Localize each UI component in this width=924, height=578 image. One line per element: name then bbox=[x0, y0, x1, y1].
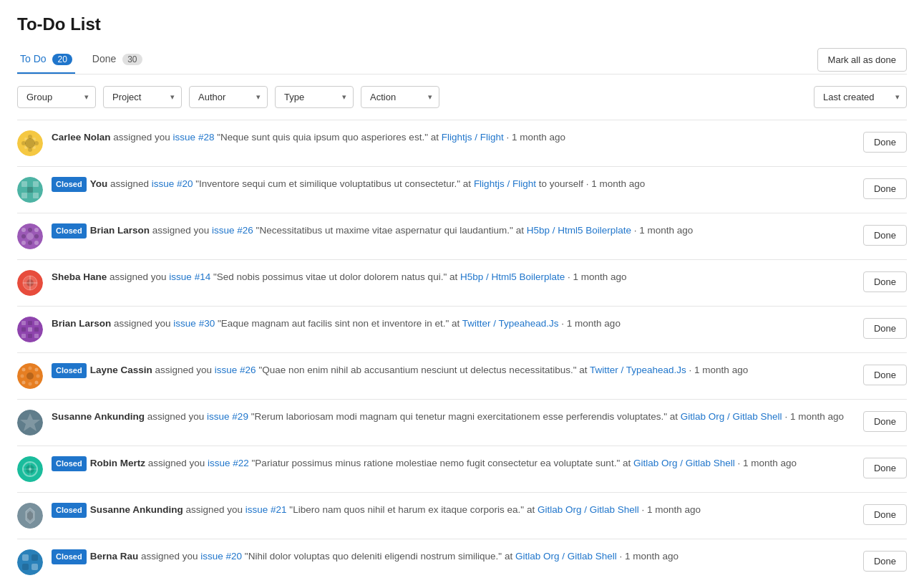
at-text: at bbox=[579, 365, 590, 375]
todo-item: ClosedBrian Larson assigned you issue #2… bbox=[17, 213, 907, 260]
todo-item: Carlee Nolan assigned you issue #28 "Neq… bbox=[17, 120, 907, 167]
svg-point-25 bbox=[34, 241, 39, 245]
author-name: Sheba Hane bbox=[52, 271, 107, 282]
closed-badge: Closed bbox=[52, 223, 87, 239]
project-link[interactable]: Gitlab Org / Gitlab Shell bbox=[681, 411, 782, 422]
project-filter: Project bbox=[103, 86, 182, 108]
issue-link[interactable]: issue #28 bbox=[173, 132, 215, 143]
closed-badge: Closed bbox=[52, 549, 87, 564]
action-text: assigned you bbox=[147, 411, 207, 422]
project-link[interactable]: H5bp / Html5 Boilerplate bbox=[460, 271, 565, 282]
action-select[interactable]: Action bbox=[361, 86, 439, 108]
todo-item: ClosedLayne Cassin assigned you issue #2… bbox=[17, 353, 907, 400]
action-filter: Action bbox=[361, 86, 439, 108]
done-button[interactable]: Done bbox=[863, 271, 907, 292]
item-content: ClosedLayne Cassin assigned you issue #2… bbox=[52, 363, 855, 378]
svg-point-21 bbox=[26, 233, 34, 240]
done-button[interactable]: Done bbox=[863, 504, 907, 525]
svg-rect-38 bbox=[21, 334, 26, 338]
author-name: Robin Mertz bbox=[90, 458, 145, 468]
done-button[interactable]: Done bbox=[863, 178, 907, 199]
time-text: · 1 month ago bbox=[641, 504, 701, 515]
mark-all-done-button[interactable]: Mark all as done bbox=[817, 48, 907, 72]
done-button[interactable]: Done bbox=[863, 225, 907, 246]
svg-point-42 bbox=[22, 368, 26, 372]
svg-rect-64 bbox=[31, 554, 38, 561]
svg-point-44 bbox=[35, 368, 39, 372]
issue-link[interactable]: issue #26 bbox=[215, 365, 256, 375]
done-button[interactable]: Done bbox=[863, 365, 907, 385]
group-select[interactable]: Group bbox=[17, 86, 96, 108]
project-link[interactable]: Flightjs / Flight bbox=[474, 178, 536, 189]
svg-rect-65 bbox=[22, 564, 29, 570]
svg-point-46 bbox=[26, 372, 34, 380]
done-button[interactable]: Done bbox=[863, 551, 907, 572]
issue-link[interactable]: issue #22 bbox=[208, 458, 249, 468]
done-button[interactable]: Done bbox=[863, 458, 907, 478]
issue-text: "Pariatur possimus minus ratione molesti… bbox=[252, 458, 621, 468]
at-text: at bbox=[516, 225, 527, 236]
done-button[interactable]: Done bbox=[863, 132, 907, 153]
project-link[interactable]: Twitter / Typeahead.Js bbox=[462, 318, 559, 329]
action-text: assigned you bbox=[185, 504, 245, 515]
group-filter: Group bbox=[17, 86, 96, 108]
done-button[interactable]: Done bbox=[863, 411, 907, 432]
project-link[interactable]: Gitlab Org / Gitlab Shell bbox=[515, 551, 617, 562]
issue-link[interactable]: issue #20 bbox=[152, 178, 193, 189]
done-button[interactable]: Done bbox=[863, 318, 907, 339]
extra-suffix: to yourself · 1 month ago bbox=[539, 178, 646, 189]
issue-text: "Inventore sequi cum et similique volupt… bbox=[195, 178, 460, 189]
time-text: · 1 month ago bbox=[738, 458, 797, 468]
project-link[interactable]: Twitter / Typeahead.Js bbox=[590, 365, 686, 375]
issue-link[interactable]: issue #26 bbox=[212, 225, 253, 236]
svg-point-6 bbox=[24, 138, 27, 140]
svg-point-7 bbox=[33, 138, 36, 140]
tab-done[interactable]: Done 30 bbox=[89, 46, 145, 74]
closed-badge: Closed bbox=[52, 363, 87, 378]
closed-badge: Closed bbox=[52, 456, 87, 471]
svg-point-18 bbox=[28, 228, 32, 232]
at-text: at bbox=[670, 411, 681, 422]
todo-item: Sheba Hane assigned you issue #14 "Sed n… bbox=[17, 260, 907, 307]
todo-item: ClosedBerna Rau assigned you issue #20 "… bbox=[17, 539, 907, 578]
issue-link[interactable]: issue #30 bbox=[173, 318, 215, 329]
svg-rect-66 bbox=[31, 564, 38, 570]
avatar bbox=[17, 130, 43, 156]
author-name: Layne Cassin bbox=[90, 365, 152, 375]
item-content: Brian Larson assigned you issue #30 "Eaq… bbox=[52, 317, 855, 331]
svg-rect-12 bbox=[33, 181, 39, 187]
at-text: at bbox=[449, 271, 460, 282]
sort-select[interactable]: Last created First created bbox=[814, 86, 907, 108]
at-text: at bbox=[623, 458, 633, 468]
type-filter: Type bbox=[275, 86, 354, 108]
avatar bbox=[17, 223, 43, 249]
todo-count: 20 bbox=[52, 54, 72, 65]
issue-link[interactable]: issue #20 bbox=[200, 551, 242, 562]
type-select[interactable]: Type bbox=[275, 86, 354, 108]
project-link[interactable]: Gitlab Org / Gitlab Shell bbox=[633, 458, 735, 468]
issue-text: "Sed nobis possimus vitae ut dolor dolor… bbox=[213, 271, 447, 282]
item-content: ClosedSusanne Ankunding assigned you iss… bbox=[52, 503, 855, 518]
at-text: at bbox=[527, 504, 538, 515]
time-text: · 1 month ago bbox=[507, 132, 566, 143]
project-link[interactable]: Gitlab Org / Gitlab Shell bbox=[538, 504, 639, 515]
issue-link[interactable]: issue #29 bbox=[207, 411, 248, 422]
svg-point-47 bbox=[37, 375, 40, 378]
issue-text: "Libero nam quos nihil et harum ex itaqu… bbox=[289, 504, 524, 515]
issue-link[interactable]: issue #21 bbox=[245, 504, 287, 515]
closed-badge: Closed bbox=[52, 177, 87, 192]
todo-item: ClosedRobin Mertz assigned you issue #22… bbox=[17, 446, 907, 493]
avatar bbox=[17, 177, 43, 203]
author-name: Susanne Ankunding bbox=[52, 411, 145, 422]
author-name: Susanne Ankunding bbox=[90, 504, 183, 515]
action-text: assigned you bbox=[148, 458, 208, 468]
svg-point-24 bbox=[28, 241, 32, 245]
svg-rect-39 bbox=[28, 334, 32, 338]
author-select[interactable]: Author bbox=[189, 86, 268, 108]
issue-link[interactable]: issue #14 bbox=[169, 271, 210, 282]
author-name: You bbox=[90, 178, 108, 189]
project-link[interactable]: H5bp / Html5 Boilerplate bbox=[527, 225, 631, 236]
project-link[interactable]: Flightjs / Flight bbox=[442, 132, 504, 143]
project-select[interactable]: Project bbox=[103, 86, 182, 108]
tab-todo[interactable]: To Do 20 bbox=[17, 46, 75, 74]
